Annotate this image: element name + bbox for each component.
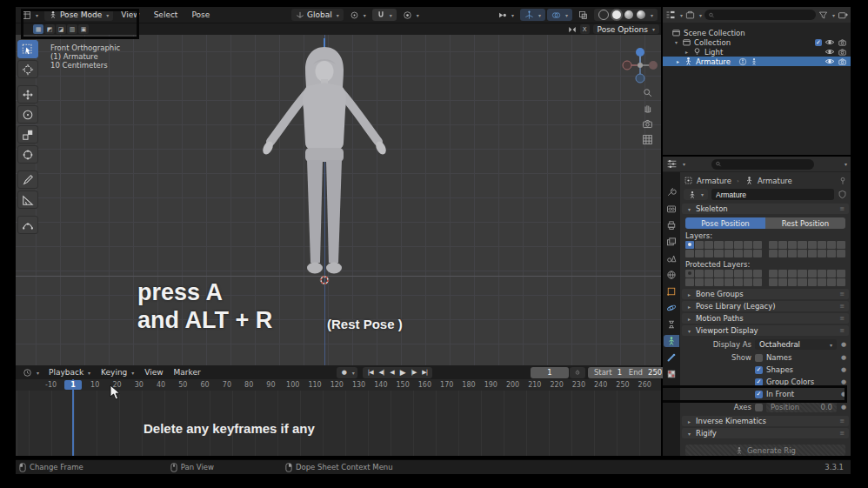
jump-to-end-button[interactable]: ▶| [419,367,430,378]
select-set-mode-button[interactable]: ▦ [33,24,43,34]
names-checkbox[interactable]: ✓ [755,354,763,362]
tab-object-data-armature[interactable] [664,335,679,347]
in-front-checkbox[interactable]: ✓ [755,391,763,398]
gizmos-dropdown[interactable]: ▾ [520,9,545,21]
layer-cell[interactable] [714,241,723,249]
layer-cell[interactable] [769,241,778,249]
move-tool[interactable] [17,85,38,104]
layer-cell[interactable] [685,241,694,249]
next-keyframe-button[interactable]: |▶ [409,367,419,378]
camera-view-button[interactable] [640,117,654,130]
expand-icon[interactable]: ▸ [684,49,690,55]
layer-cell[interactable] [818,250,826,257]
layer-cell[interactable] [724,250,733,257]
properties-editor-icon[interactable] [666,158,678,170]
mode-dropdown[interactable]: Pose Mode ▾ [44,9,113,21]
shapes-checkbox[interactable]: ✓ [755,366,763,374]
layer-cell[interactable] [724,278,733,286]
tab-tool[interactable] [664,186,679,198]
layer-cell[interactable] [798,270,806,277]
axes-position-slider[interactable]: Position 0.0 [766,402,837,412]
shading-material-button[interactable] [624,10,633,19]
animate-dot[interactable]: ● [840,404,847,411]
outliner-row-armature[interactable]: ▸ Armature [663,57,851,66]
expand-icon[interactable]: ▾ [673,39,679,45]
camera-visibility-icon[interactable] [838,57,847,66]
layer-cell[interactable] [798,278,806,286]
layer-cell[interactable] [695,250,704,257]
pose-position-button[interactable]: Pose Position [685,217,765,229]
select-box-tool[interactable] [17,40,38,58]
tab-physics[interactable] [664,302,679,314]
layer-cell[interactable] [704,278,713,286]
pose-breakdowner-tool[interactable] [17,216,38,234]
animate-dot[interactable]: ● [840,354,847,361]
section-inverse-kinematics[interactable]: ▸ Inverse Kinematics ≡ [682,416,849,426]
use-preview-range-button[interactable] [570,367,585,378]
section-motion-paths[interactable]: ▸ Motion Paths ≡ [682,313,849,324]
playhead-line[interactable] [72,379,74,456]
shading-wireframe-button[interactable] [598,10,609,20]
gizmo-neg-x-axis[interactable] [649,61,658,70]
layer-cell[interactable] [744,278,752,286]
start-frame-field[interactable]: Start 1 [588,367,628,378]
breadcrumb-object[interactable]: Armature [697,177,731,185]
pin-icon[interactable] [838,176,847,185]
layer-cell[interactable] [753,241,762,249]
expand-icon[interactable]: ▸ [675,58,681,64]
layer-cell[interactable] [798,250,806,257]
camera-visibility-icon[interactable] [838,38,847,47]
layer-cell[interactable] [837,250,845,257]
layer-cell[interactable] [788,250,797,257]
layer-cell[interactable] [827,241,836,249]
menu-pose[interactable]: Pose [185,7,216,23]
menu-view[interactable]: View [115,7,145,23]
bone-layers-grid-right[interactable] [769,241,845,257]
perspective-toggle-button[interactable] [640,132,654,146]
layer-cell[interactable] [788,278,797,286]
animate-dot[interactable]: ● [840,391,847,398]
pose-badge-icon[interactable] [738,57,747,66]
object-visibility-dropdown[interactable]: ▾ [493,9,518,21]
layer-cell[interactable] [778,270,787,277]
tab-texture[interactable] [664,368,679,380]
animate-dot[interactable]: ● [840,378,847,385]
chevron-down-icon[interactable]: ▾ [845,161,847,167]
layer-cell[interactable] [808,250,817,257]
orientation-dropdown[interactable]: Global ▾ [291,9,344,21]
properties-search-input[interactable] [724,159,811,169]
layer-cell[interactable] [744,270,752,277]
layer-cell[interactable] [788,241,797,249]
character-model[interactable] [261,38,388,278]
rest-position-button[interactable]: Rest Position [765,217,845,229]
protected-layers-grid-left[interactable] [685,270,762,286]
record-button[interactable]: ● [339,367,350,378]
menu-timeline-view[interactable]: View [139,365,168,379]
menu-select[interactable]: Select [148,7,184,23]
rotate-tool[interactable] [17,105,38,124]
tab-bone[interactable] [664,351,679,364]
layer-cell[interactable] [704,241,713,249]
eye-icon[interactable] [825,38,835,46]
layer-cell[interactable] [753,278,762,286]
gizmo-z-axis[interactable] [636,48,644,57]
gizmo-x-axis[interactable] [623,61,631,70]
layer-cell[interactable] [808,278,817,286]
scale-tool[interactable] [17,125,38,144]
layer-cell[interactable] [734,270,743,277]
outliner-row-scene-collection[interactable]: Scene Collection [663,28,851,37]
collection-checkbox[interactable]: ✓ [815,39,822,46]
layer-cell[interactable] [685,278,694,286]
timeline-editor-type-button[interactable]: ▾ [18,366,43,378]
layer-cell[interactable] [827,250,836,257]
pan-button[interactable] [640,101,654,115]
3d-viewport[interactable]: Front Orthographic (1) Armature 10 Centi… [16,35,661,365]
layer-cell[interactable] [714,278,723,286]
section-rigify[interactable]: ▾ Rigify ≡ [682,428,849,438]
play-reverse-button[interactable]: ◀ [387,367,396,378]
layer-cell[interactable] [769,270,778,277]
layer-cell[interactable] [704,270,713,277]
filter-icon[interactable] [818,10,828,20]
jump-to-start-button[interactable]: |◀ [365,367,376,378]
layer-cell[interactable] [778,250,787,257]
